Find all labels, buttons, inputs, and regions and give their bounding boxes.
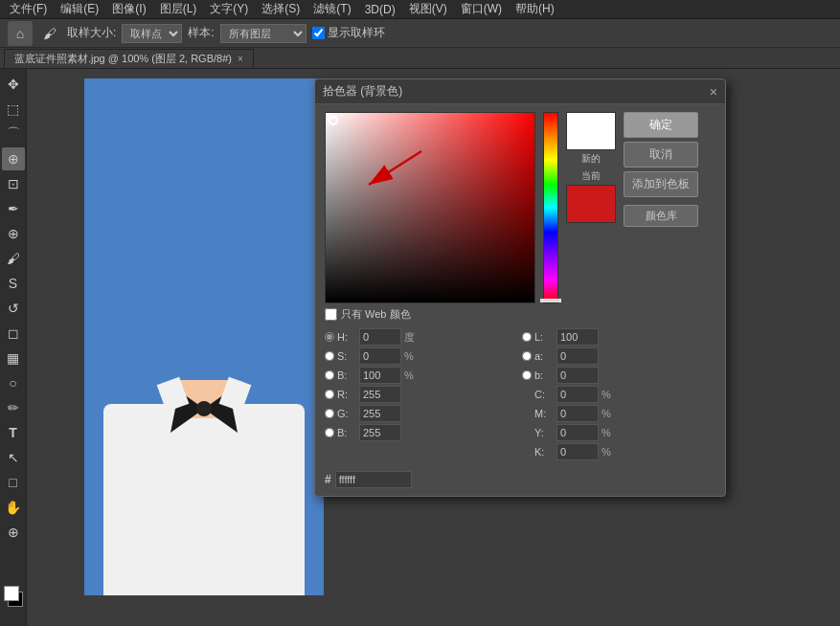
brightness-radio[interactable] <box>325 370 334 380</box>
crop-tool[interactable]: ⊡ <box>2 172 25 195</box>
history-brush-tool[interactable]: ↺ <box>2 297 25 320</box>
tab-close-button[interactable]: × <box>238 54 243 64</box>
clone-tool[interactable]: S <box>2 272 25 295</box>
menu-item-file[interactable]: 文件(F) <box>4 0 53 19</box>
hue-radio[interactable] <box>325 332 334 342</box>
color-swatch-area <box>0 576 27 622</box>
M-input[interactable] <box>556 405 599 422</box>
type-tool[interactable]: T <box>2 421 25 444</box>
sample-select[interactable]: 所有图层 <box>220 24 306 43</box>
tab-bar: 蓝底证件照素材.jpg @ 100% (图层 2, RGB/8#) × <box>0 48 840 69</box>
cancel-button[interactable]: 取消 <box>624 142 698 168</box>
a-radio[interactable] <box>522 351 532 361</box>
gradient-cursor <box>329 116 338 125</box>
eyedropper-tool[interactable]: ✒ <box>2 197 25 220</box>
sample-label: 样本: <box>188 25 214 41</box>
K-input[interactable] <box>556 443 599 460</box>
b-input[interactable] <box>556 367 599 384</box>
menu-item-type[interactable]: 文字(Y) <box>204 0 254 19</box>
M-unit: % <box>602 408 615 419</box>
menu-item-layer[interactable]: 图层(L) <box>154 0 203 19</box>
color-library-button[interactable]: 颜色库 <box>624 205 698 227</box>
saturation-input[interactable] <box>359 347 401 365</box>
L-radio[interactable] <box>522 332 532 342</box>
green-field-label: G: <box>337 408 356 419</box>
menu-item-view[interactable]: 视图(V) <box>403 0 453 19</box>
lasso-tool[interactable]: ⌒ <box>2 123 25 145</box>
svg-line-2 <box>369 151 421 185</box>
C-field-label: C: <box>534 389 554 400</box>
menu-item-image[interactable]: 图像(I) <box>106 0 151 19</box>
menu-item-edit[interactable]: 编辑(E) <box>55 0 104 19</box>
shape-tool[interactable]: □ <box>2 471 25 494</box>
hue-slider[interactable] <box>543 112 558 303</box>
Y-row: Y: % <box>522 423 715 442</box>
left-toolbar: ✥ ⬚ ⌒ ⊕ ⊡ ✒ ⊕ 🖌 S ↺ ◻ ▦ ○ ✏ T ↖ □ ✋ ⊕ <box>0 69 27 626</box>
dialog-main-content: 新的 当前 确定 取消 添加到色板 颜色库 <box>315 104 725 307</box>
brush-tool[interactable]: 🖌 <box>2 247 25 270</box>
menu-item-select[interactable]: 选择(S) <box>256 0 306 19</box>
brightness-input[interactable] <box>359 367 401 384</box>
dialog-action-buttons: 确定 取消 添加到色板 颜色库 <box>624 112 698 303</box>
blue-input[interactable] <box>359 424 401 441</box>
add-to-swatches-button[interactable]: 添加到色板 <box>624 171 698 197</box>
Y-input[interactable] <box>556 424 599 441</box>
confirm-button[interactable]: 确定 <box>624 112 698 138</box>
quick-select-tool[interactable]: ⊕ <box>2 147 25 170</box>
brush-tool-option[interactable]: 🖌 <box>38 22 61 45</box>
brightness-unit: % <box>404 369 418 381</box>
hand-tool[interactable]: ✋ <box>2 496 25 519</box>
blue-radio[interactable] <box>325 428 334 437</box>
green-input[interactable] <box>359 405 401 422</box>
zoom-tool[interactable]: ⊕ <box>2 521 25 544</box>
take-size-select[interactable]: 取样点 <box>122 24 182 43</box>
web-only-checkbox[interactable] <box>325 308 337 321</box>
web-only-row: 只有 Web 颜色 <box>315 307 725 327</box>
blue-row: B: <box>325 423 518 442</box>
hue-unit: 度 <box>404 330 418 345</box>
menu-item-help[interactable]: 帮助(H) <box>510 0 560 19</box>
canvas-document <box>84 78 324 595</box>
menu-item-window[interactable]: 窗口(W) <box>455 0 508 19</box>
path-select-tool[interactable]: ↖ <box>2 446 25 469</box>
home-button[interactable]: ⌂ <box>8 21 33 46</box>
color-picker-dialog: 拾色器 (背景色) × <box>314 78 726 497</box>
C-row: C: % <box>522 385 715 404</box>
document-tab[interactable]: 蓝底证件照素材.jpg @ 100% (图层 2, RGB/8#) × <box>4 49 254 68</box>
move-tool[interactable]: ✥ <box>2 73 25 96</box>
heal-tool[interactable]: ⊕ <box>2 222 25 245</box>
saturation-radio[interactable] <box>325 351 334 361</box>
green-radio[interactable] <box>325 409 334 418</box>
canvas-area[interactable]: 拾色器 (背景色) × <box>27 69 840 626</box>
tab-filename: 蓝底证件照素材.jpg @ 100% (图层 2, RGB/8#) <box>14 52 232 66</box>
b-field-label: b: <box>534 369 554 381</box>
eraser-tool[interactable]: ◻ <box>2 322 25 345</box>
L-input[interactable] <box>556 328 599 346</box>
L-field-label: L: <box>534 331 554 343</box>
hue-cursor <box>540 299 561 302</box>
foreground-color-swatch[interactable] <box>4 586 19 601</box>
red-radio[interactable] <box>325 390 334 399</box>
new-color-label: 新的 <box>581 152 601 166</box>
menu-item-filter[interactable]: 滤镜(T) <box>307 0 356 19</box>
saturation-unit: % <box>404 350 418 362</box>
hex-input[interactable] <box>335 471 412 488</box>
pen-tool[interactable]: ✏ <box>2 396 25 419</box>
green-row: G: <box>325 404 518 423</box>
arrow-annotation <box>345 132 441 209</box>
show-ring-toggle[interactable]: 显示取样环 <box>312 25 385 41</box>
gradient-tool[interactable]: ▦ <box>2 347 25 369</box>
take-size-label: 取样大小: <box>67 25 116 41</box>
marquee-tool[interactable]: ⬚ <box>2 98 25 121</box>
dialog-close-button[interactable]: × <box>710 85 717 99</box>
gradient-picker[interactable] <box>325 112 535 303</box>
hue-input[interactable] <box>359 328 401 346</box>
dodge-tool[interactable]: ○ <box>2 371 25 394</box>
gradient-canvas[interactable] <box>325 112 535 303</box>
person-lower <box>84 327 324 595</box>
red-input[interactable] <box>359 386 401 403</box>
menu-item-3d[interactable]: 3D(D) <box>359 1 401 18</box>
a-input[interactable] <box>556 347 599 365</box>
C-input[interactable] <box>556 386 599 403</box>
b-radio[interactable] <box>522 370 532 380</box>
